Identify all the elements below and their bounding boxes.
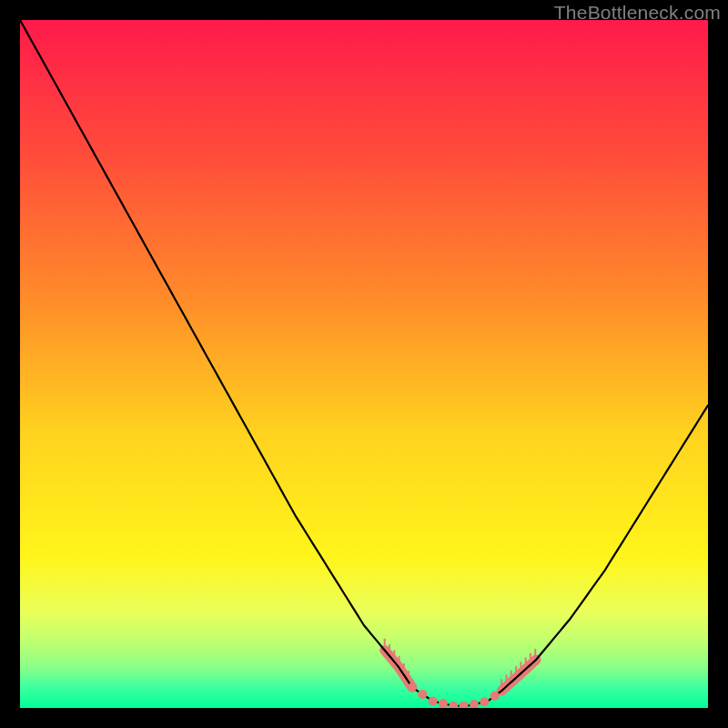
trough-dot xyxy=(418,690,427,699)
trough-dot xyxy=(408,682,417,692)
bottleneck-chart xyxy=(20,20,708,708)
trough-dot xyxy=(429,696,438,705)
watermark-text: TheBottleneck.com xyxy=(554,2,721,24)
trough-dot xyxy=(490,692,500,701)
trough-dot xyxy=(439,699,448,708)
trough-dot xyxy=(480,697,489,706)
chart-frame xyxy=(20,20,708,708)
chart-background xyxy=(20,20,708,708)
